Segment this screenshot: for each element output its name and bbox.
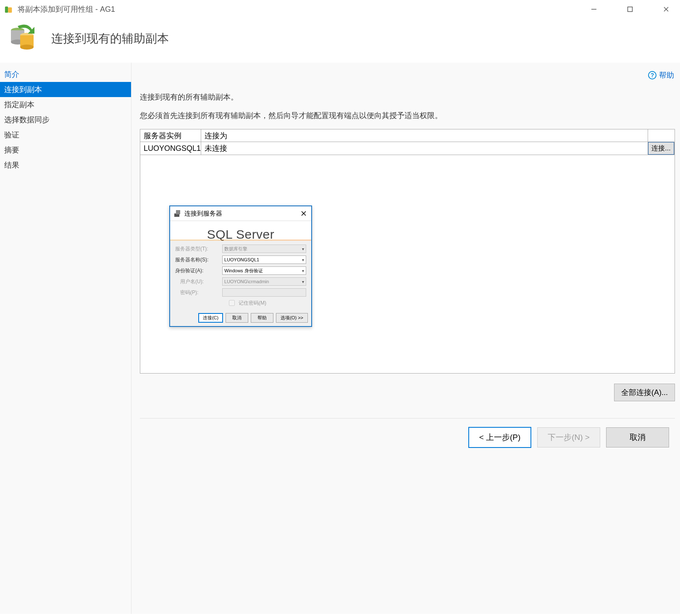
help-label: 帮助: [659, 70, 674, 80]
auth-value: Windows 身份验证: [224, 268, 263, 274]
dialog-close-button[interactable]: [299, 209, 308, 218]
prev-button[interactable]: < 上一步(P): [468, 427, 531, 448]
close-button[interactable]: [656, 3, 676, 16]
pwd-label: 密码(P):: [175, 289, 222, 296]
sidebar-item-validation[interactable]: 验证: [0, 127, 131, 142]
sidebar-item-specify-replica[interactable]: 指定副本: [0, 97, 131, 112]
svg-rect-13: [176, 210, 180, 214]
grid-header-row: 服务器实例 连接为: [140, 129, 675, 142]
dialog-banner-text: SQL Server: [207, 228, 275, 241]
window-controls: [584, 3, 676, 16]
titlebar: 将副本添加到可用性组 - AG1: [0, 0, 680, 18]
password-input: [222, 288, 306, 297]
dialog-connect-button[interactable]: 连接(C): [198, 313, 223, 323]
sidebar-item-connect-replica[interactable]: 连接到副本: [0, 82, 131, 97]
grid-data-row[interactable]: LUOYONGSQL1 未连接 连接...: [140, 142, 675, 155]
next-button: 下一步(N) >: [537, 427, 600, 448]
dialog-banner: SQL Server: [170, 221, 311, 241]
user-label: 用户名(U):: [175, 278, 222, 285]
dialog-help-button[interactable]: 帮助: [251, 313, 273, 323]
replica-grid: 服务器实例 连接为 LUOYONGSQL1 未连接 连接...: [140, 129, 675, 155]
window-title: 将副本添加到可用性组 - AG1: [18, 4, 584, 14]
dialog-options-button[interactable]: 选项(O) >>: [276, 313, 308, 323]
remember-password-checkbox: [229, 300, 235, 306]
chevron-down-icon[interactable]: ▾: [302, 258, 304, 262]
auth-combo[interactable]: Windows 身份验证 ▾: [222, 266, 306, 275]
nav-row: < 上一步(P) 下一步(N) > 取消: [140, 419, 675, 456]
maximize-button[interactable]: [620, 3, 640, 16]
help-icon: ?: [648, 71, 656, 79]
column-connect-as[interactable]: 连接为: [201, 129, 648, 142]
server-type-value: 数据库引擎: [224, 246, 247, 252]
server-name-combo[interactable]: LUOYONGSQL1 ▾: [222, 255, 306, 264]
content-description: 您必须首先连接到所有现有辅助副本，然后向导才能配置现有端点以便向其授予适当权限。: [140, 111, 675, 121]
remember-password-label: 记住密码(M): [239, 300, 266, 307]
dialog-body: 服务器类型(T): 数据库引擎 ▾ 服务器名称(S): LUOYONGSQL1 …: [170, 241, 311, 311]
sidebar: 简介 连接到副本 指定副本 选择数据同步 验证 摘要 结果: [0, 63, 131, 614]
server-type-combo: 数据库引擎 ▾: [222, 245, 306, 253]
server-type-label: 服务器类型(T):: [175, 245, 222, 253]
svg-point-11: [20, 45, 34, 50]
cell-connect-as: 未连接: [201, 142, 648, 155]
svg-rect-0: [5, 7, 8, 13]
sidebar-item-results[interactable]: 结果: [0, 158, 131, 173]
auth-label: 身份验证(A):: [175, 267, 222, 274]
chevron-down-icon[interactable]: ▾: [302, 269, 304, 273]
minimize-button[interactable]: [584, 3, 604, 16]
dialog-cancel-button[interactable]: 取消: [226, 313, 248, 323]
cancel-button[interactable]: 取消: [606, 427, 669, 448]
connect-server-dialog: 连接到服务器 SQL Server 服务器类型(T): 数据库引擎 ▾ 服务器名…: [169, 205, 312, 327]
user-value: LUOYONG\crmadmin: [224, 279, 269, 284]
user-combo: LUOYONG\crmadmin ▾: [222, 277, 306, 286]
connect-button[interactable]: 连接...: [648, 142, 674, 155]
sidebar-item-data-sync[interactable]: 选择数据同步: [0, 112, 131, 127]
sidebar-item-intro[interactable]: 简介: [0, 67, 131, 82]
sidebar-item-summary[interactable]: 摘要: [0, 142, 131, 158]
content-heading: 连接到现有的所有辅助副本。: [140, 92, 675, 102]
svg-rect-1: [8, 7, 12, 13]
column-action: [648, 129, 675, 142]
server-icon: [173, 209, 182, 218]
dialog-buttons: 连接(C) 取消 帮助 选项(O) >>: [170, 311, 311, 326]
svg-rect-3: [628, 7, 633, 12]
content: ? 帮助 连接到现有的所有辅助副本。 您必须首先连接到所有现有辅助副本，然后向导…: [131, 63, 680, 614]
help-link[interactable]: ? 帮助: [648, 70, 674, 80]
chevron-down-icon: ▾: [302, 247, 304, 251]
main-area: 简介 连接到副本 指定副本 选择数据同步 验证 摘要 结果 ? 帮助 连接到现有…: [0, 63, 680, 614]
connect-all-button[interactable]: 全部连接(A)...: [614, 384, 675, 401]
server-name-label: 服务器名称(S):: [175, 256, 222, 263]
wizard-icon: [8, 23, 39, 54]
server-name-value: LUOYONGSQL1: [224, 257, 259, 262]
chevron-down-icon: ▾: [302, 279, 304, 284]
column-server-instance[interactable]: 服务器实例: [140, 129, 201, 142]
dialog-title: 连接到服务器: [184, 210, 299, 218]
cell-action: 连接...: [648, 142, 675, 155]
page-title: 连接到现有的辅助副本: [51, 31, 169, 47]
header: 连接到现有的辅助副本: [0, 18, 680, 63]
cell-server-instance: LUOYONGSQL1: [140, 142, 201, 155]
dialog-titlebar[interactable]: 连接到服务器: [170, 206, 311, 221]
app-icon: [4, 5, 13, 14]
